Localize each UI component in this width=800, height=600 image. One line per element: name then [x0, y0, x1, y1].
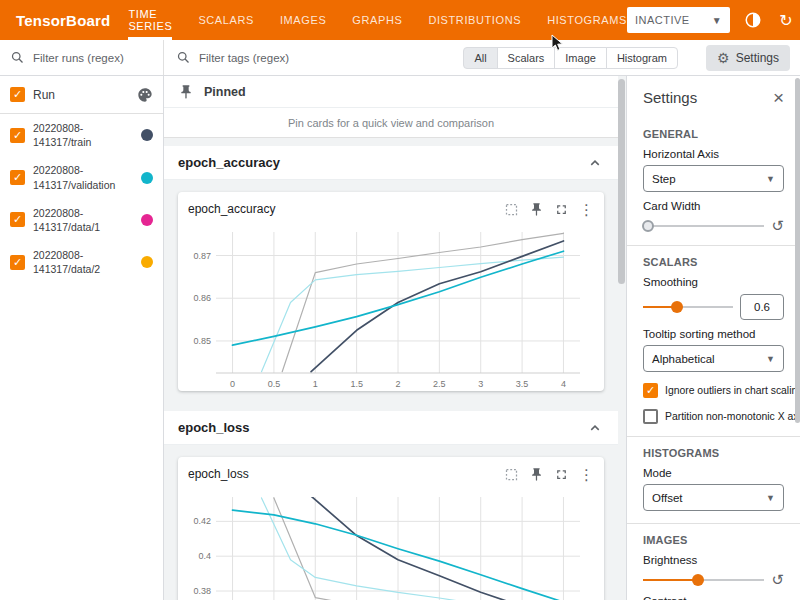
tooltip-sorting-value: Alphabetical: [652, 353, 715, 365]
ignore-outliers-label: Ignore outliers in chart scaling: [665, 385, 800, 396]
settings-panel-title: Settings: [643, 89, 697, 106]
run-row-data-2[interactable]: ✓ 20220808-141317/data/2: [0, 241, 163, 283]
pinned-hint-text: Pin cards for a quick view and compariso…: [164, 108, 618, 138]
epoch-loss-chart[interactable]: 00.511.522.533.540.360.380.40.42: [180, 491, 590, 600]
images-section-label: IMAGES: [643, 534, 784, 546]
svg-text:0.4: 0.4: [198, 551, 211, 561]
theme-toggle-icon[interactable]: [743, 10, 763, 30]
pin-icon[interactable]: [529, 467, 544, 482]
run-checkbox[interactable]: ✓: [10, 212, 25, 227]
run-color-dot[interactable]: [141, 129, 153, 141]
tooltip-sorting-select[interactable]: Alphabetical ▼: [643, 345, 784, 372]
partition-x-axis-row[interactable]: Partition non-monotonic X axis i: [643, 409, 784, 424]
reset-card-width-icon[interactable]: ↺: [771, 218, 784, 233]
svg-text:0.42: 0.42: [193, 516, 211, 526]
filter-toolbar: All Scalars Image Histogram ⚙ Settings: [0, 40, 800, 76]
tag-filter-scalars[interactable]: Scalars: [497, 47, 556, 69]
pin-icon: [178, 84, 194, 100]
settings-button-label: Settings: [736, 51, 779, 65]
settings-panel: Settings × GENERAL Horizontal Axis Step …: [626, 76, 800, 600]
tag-filter-histogram[interactable]: Histogram: [606, 47, 678, 69]
run-color-dot[interactable]: [141, 256, 153, 268]
chevron-up-icon[interactable]: [586, 154, 604, 172]
card-width-slider[interactable]: [643, 219, 764, 233]
ignore-outliers-row[interactable]: ✓ Ignore outliers in chart scaling: [643, 383, 784, 398]
tab-scalars[interactable]: SCALARS: [198, 0, 254, 40]
brightness-slider[interactable]: [643, 573, 764, 587]
pinned-section-header: Pinned: [164, 76, 618, 108]
tag-filter-image[interactable]: Image: [554, 47, 607, 69]
fullscreen-icon[interactable]: [554, 467, 569, 482]
content-area: ✓ Run ✓ 20220808-141317/train ✓ 20220808…: [0, 76, 800, 600]
search-icon: [176, 50, 191, 65]
general-section-label: GENERAL: [643, 128, 784, 140]
partition-x-axis-label: Partition non-monotonic X axis: [665, 411, 800, 422]
chevron-up-icon[interactable]: [586, 419, 604, 437]
refresh-icon[interactable]: ↻: [776, 10, 796, 30]
svg-text:0.5: 0.5: [268, 379, 281, 389]
run-name: 20220808-141317/validation: [33, 163, 133, 191]
horizontal-axis-select[interactable]: Step ▼: [643, 165, 784, 192]
tensorboard-app: TensorBoard TIME SERIES SCALARS IMAGES G…: [0, 0, 800, 600]
smoothing-slider[interactable]: [643, 300, 733, 314]
status-dropdown[interactable]: INACTIVE ▼: [627, 7, 730, 33]
run-row-validation[interactable]: ✓ 20220808-141317/validation: [0, 156, 163, 198]
svg-text:2: 2: [395, 379, 400, 389]
run-checkbox[interactable]: ✓: [10, 128, 25, 143]
run-color-dot[interactable]: [141, 172, 153, 184]
section-header[interactable]: epoch_accuracy: [164, 146, 618, 180]
runs-filter-area: [0, 40, 164, 75]
tab-time-series[interactable]: TIME SERIES: [128, 0, 172, 40]
header-controls: INACTIVE ▼ ↻ ⚙ ?: [627, 0, 800, 40]
run-color-dot[interactable]: [141, 214, 153, 226]
tab-images[interactable]: IMAGES: [280, 0, 326, 40]
smoothing-value-input[interactable]: [740, 294, 784, 320]
horizontal-axis-label: Horizontal Axis: [643, 148, 784, 160]
card-width-label: Card Width: [643, 200, 784, 212]
runs-header-label: Run: [33, 88, 129, 102]
card-header: epoch_loss: [178, 457, 604, 491]
pinned-label: Pinned: [204, 85, 246, 99]
tab-distributions[interactable]: DISTRIBUTIONS: [428, 0, 521, 40]
main-scrollbar[interactable]: [618, 79, 625, 284]
select-all-runs-checkbox[interactable]: ✓: [10, 87, 25, 102]
run-checkbox[interactable]: ✓: [10, 255, 25, 270]
fit-to-data-icon[interactable]: [504, 202, 519, 217]
pin-icon[interactable]: [529, 202, 544, 217]
settings-button-area: ⚙ Settings: [694, 40, 800, 75]
chevron-down-icon: ▼: [766, 493, 775, 503]
filter-tags-input[interactable]: [199, 52, 455, 64]
card-title: epoch_accuracy: [188, 202, 504, 216]
app-logo: TensorBoard: [0, 0, 128, 40]
section-header[interactable]: epoch_loss: [164, 411, 618, 445]
histogram-mode-select[interactable]: Offset ▼: [643, 484, 784, 511]
run-row-train[interactable]: ✓ 20220808-141317/train: [0, 114, 163, 156]
status-label: INACTIVE: [635, 14, 690, 26]
ignore-outliers-checkbox[interactable]: ✓: [643, 383, 658, 398]
tags-filter-area: All Scalars Image Histogram: [164, 40, 694, 75]
more-options-icon[interactable]: ⋮: [579, 467, 594, 482]
run-row-data-1[interactable]: ✓ 20220808-141317/data/1: [0, 199, 163, 241]
filter-runs-input[interactable]: [33, 52, 153, 64]
tag-filter-all[interactable]: All: [463, 47, 497, 69]
app-header: TensorBoard TIME SERIES SCALARS IMAGES G…: [0, 0, 800, 40]
card-header: epoch_accuracy: [178, 192, 604, 226]
fit-to-data-icon[interactable]: [504, 467, 519, 482]
partition-x-axis-checkbox[interactable]: [643, 409, 658, 424]
close-icon[interactable]: ×: [773, 88, 784, 107]
run-name: 20220808-141317/train: [33, 121, 133, 149]
palette-icon[interactable]: [137, 87, 153, 103]
settings-button[interactable]: ⚙ Settings: [706, 45, 790, 71]
fullscreen-icon[interactable]: [554, 202, 569, 217]
svg-text:0.86: 0.86: [193, 293, 211, 303]
run-name: 20220808-141317/data/2: [33, 248, 133, 276]
epoch-accuracy-chart[interactable]: 00.511.522.533.540.850.860.87: [180, 226, 590, 391]
tab-graphs[interactable]: GRAPHS: [352, 0, 402, 40]
more-options-icon[interactable]: ⋮: [579, 202, 594, 217]
svg-text:0.85: 0.85: [193, 336, 211, 346]
svg-text:0.87: 0.87: [193, 251, 211, 261]
reset-brightness-icon[interactable]: ↺: [771, 572, 784, 587]
window-scrollbar[interactable]: [795, 78, 800, 423]
run-checkbox[interactable]: ✓: [10, 170, 25, 185]
tab-histograms[interactable]: HISTOGRAMS: [547, 0, 627, 40]
